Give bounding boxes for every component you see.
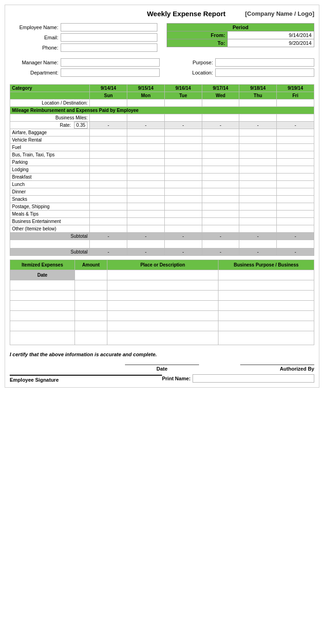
employee-sig-area [10,365,111,372]
manager-name-label: Manager Name: [10,60,61,65]
date-col-header: Date [10,270,75,280]
day-tue: Tue [164,92,202,99]
airfare-sun[interactable] [90,129,127,136]
department-label: Department: [10,70,61,75]
airfare-tue[interactable] [164,129,202,136]
phone-input[interactable] [61,43,157,52]
miles-fri[interactable] [277,114,314,122]
cat-meals: Meals & Tips [10,211,90,218]
table-row: Lunch [10,181,314,188]
table-row: Business Entertainment [10,218,314,225]
cat-postage: Postage, Shipping [10,203,90,211]
list-item [10,311,314,321]
miles-thu[interactable] [239,114,277,122]
employee-signature-label: Employee Signature [10,377,59,383]
table-row: Dinner [10,188,314,196]
subtotal-thu: - [239,233,277,240]
list-item [10,331,314,345]
subtotal-label-1: Subtotal [10,233,90,240]
table-row: Vehicle Rental [10,136,314,144]
list-item [10,301,314,311]
table-row: Other (Itemize below) [10,225,314,233]
print-name-label: Print Name: [162,376,191,381]
day-mon: Mon [127,92,165,99]
table-row: Parking [10,159,314,166]
empty-row [10,240,314,248]
mileage-section-header: Mileage Reimbursement and Expenses Paid … [10,107,314,114]
cat-lodging: Lodging [10,166,90,173]
employee-name-input[interactable] [61,23,157,31]
date-fri: 9/19/14 [277,85,314,92]
subtotal-wed: - [202,233,239,240]
from-value: 9/14/2014 [228,31,314,39]
date-wed: 9/17/14 [202,85,239,92]
subtotal-tue: - [164,233,202,240]
cat-snacks: Snacks [10,196,90,203]
airfare-wed[interactable] [202,129,239,136]
from-label: From: [167,31,228,39]
date-sig-line [125,365,199,365]
department-input[interactable] [61,68,160,77]
location-destination-label: Location / Destination: [10,99,90,107]
cat-entertainment: Business Entertainment [10,218,90,225]
loc-thu[interactable] [239,99,277,107]
certify-text: I certify that the above information is … [10,352,314,357]
loc-sun[interactable] [90,99,127,107]
purpose-header: Business Purpose / Business [218,260,314,270]
location-label: Location: [164,70,215,75]
list-item [10,321,314,331]
subtotal-mon: - [127,233,165,240]
subtotal-fri: - [277,233,314,240]
subtotal-label-2: Subtotal [10,248,90,256]
airfare-fri[interactable] [277,129,314,136]
manager-name-input[interactable] [61,58,160,67]
subtotal-row-2: Subtotal - - - - - - [10,248,314,256]
date-sig-label: Date [111,366,212,372]
day-sun: Sun [90,92,127,99]
rate-label: Rate: 0.35 [10,122,90,129]
subtotal-row-1: Subtotal - - - - - - [10,233,314,240]
table-row: Breakfast [10,173,314,181]
print-name-input[interactable] [193,374,314,383]
cat-bus: Bus, Train, Taxi, Tips [10,151,90,159]
table-row: Meals & Tips [10,211,314,218]
expense-table: Category 9/14/14 9/15/14 9/16/14 9/17/14… [10,84,314,256]
date-thu: 9/18/14 [239,85,277,92]
email-input[interactable] [61,33,157,42]
location-input[interactable] [215,68,314,77]
company-logo: [Company Name / Logo] [245,10,315,17]
miles-sun[interactable] [90,114,127,122]
to-value: 9/20/2014 [228,39,314,47]
rate-mon: - [127,122,165,129]
table-row: Lodging [10,166,314,173]
itemized-header: Itemized Expenses [10,260,75,270]
authorized-label: Authorized By [213,366,314,372]
cat-lunch: Lunch [10,181,90,188]
airfare-mon[interactable] [127,129,165,136]
day-thu: Thu [239,92,277,99]
authorized-sig-area: Authorized By [213,365,314,372]
miles-mon[interactable] [127,114,165,122]
rate-value: 0.35 [74,122,87,129]
category-header: Category [10,85,90,92]
date-sig-area: Date [111,365,212,372]
phone-label: Phone: [10,45,61,50]
amount-header: Amount [75,260,107,270]
date-sun: 9/14/14 [90,85,127,92]
miles-tue[interactable] [164,114,202,122]
purpose-input[interactable] [215,58,314,67]
table-row: Airfare, Baggage [10,129,314,136]
table-row: Snacks [10,196,314,203]
airfare-thu[interactable] [239,129,277,136]
rate-sun: - [90,122,127,129]
loc-wed[interactable] [202,99,239,107]
loc-mon[interactable] [127,99,165,107]
employee-name-label: Employee Name: [10,25,61,30]
table-row: Fuel [10,144,314,151]
loc-fri[interactable] [277,99,314,107]
email-label: Email: [10,35,61,40]
rate-wed: - [202,122,239,129]
loc-tue[interactable] [164,99,202,107]
purpose-label: Purpose: [164,60,215,65]
miles-wed[interactable] [202,114,239,122]
